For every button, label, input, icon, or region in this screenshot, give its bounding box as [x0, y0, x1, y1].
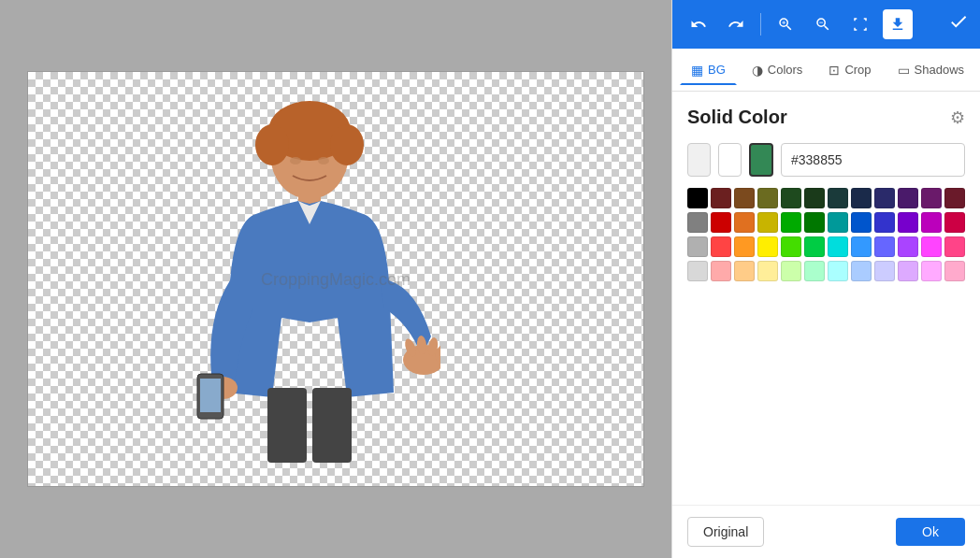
- color-cell[interactable]: [944, 188, 965, 208]
- fit-button[interactable]: [845, 9, 875, 39]
- color-cell[interactable]: [804, 212, 825, 233]
- color-cell[interactable]: [898, 261, 918, 281]
- color-cell[interactable]: [804, 261, 825, 281]
- svg-point-4: [290, 157, 301, 165]
- color-cell[interactable]: [734, 212, 755, 233]
- color-cell[interactable]: [757, 236, 778, 257]
- color-cell[interactable]: [687, 212, 708, 233]
- color-cell[interactable]: [781, 236, 801, 257]
- shadows-icon: ▭: [898, 63, 910, 78]
- panel-content: Solid Color ⚙: [672, 92, 980, 505]
- color-grid-row5: [687, 261, 965, 281]
- svg-rect-9: [200, 379, 221, 412]
- color-cell[interactable]: [944, 212, 965, 233]
- color-cell[interactable]: [921, 212, 942, 233]
- zoom-out-button[interactable]: [808, 9, 838, 39]
- color-cell[interactable]: [711, 188, 731, 208]
- section-header: Solid Color ⚙: [687, 107, 965, 128]
- panel-toolbar: [672, 0, 980, 49]
- tab-crop[interactable]: ⊡ Crop: [817, 55, 882, 85]
- color-cell[interactable]: [944, 236, 965, 257]
- color-cell[interactable]: [828, 236, 848, 257]
- color-cell[interactable]: [781, 261, 801, 281]
- tab-bg-label: BG: [708, 63, 726, 77]
- color-cell[interactable]: [921, 188, 942, 208]
- color-cell[interactable]: [851, 236, 872, 257]
- colors-icon: ◑: [752, 63, 763, 78]
- person-svg: [179, 93, 440, 467]
- panel-tabs: ▦ BG ◑ Colors ⊡ Crop ▭ Shadows: [672, 49, 980, 92]
- panel-footer: Original Ok: [672, 505, 980, 558]
- original-button[interactable]: Original: [687, 517, 764, 547]
- color-cell[interactable]: [898, 188, 918, 208]
- undo-button[interactable]: [684, 9, 713, 39]
- color-cell[interactable]: [921, 236, 942, 257]
- swatch-active-green[interactable]: [749, 143, 773, 177]
- color-cell[interactable]: [828, 212, 848, 233]
- canvas-inner: CroppingMagic.com: [27, 71, 644, 487]
- separator-1: [760, 13, 761, 36]
- tab-shadows-label: Shadows: [915, 63, 964, 77]
- color-grid-row4: [687, 236, 965, 257]
- settings-icon[interactable]: ⚙: [950, 107, 965, 128]
- color-cell[interactable]: [781, 212, 801, 233]
- color-cell[interactable]: [711, 261, 731, 281]
- color-cell[interactable]: [687, 261, 708, 281]
- swatch-white[interactable]: [718, 143, 742, 177]
- svg-point-2: [255, 124, 289, 165]
- hex-input[interactable]: [781, 143, 965, 177]
- color-grid-row2: [687, 188, 965, 208]
- color-cell[interactable]: [874, 261, 895, 281]
- color-cell[interactable]: [898, 236, 918, 257]
- svg-rect-16: [312, 388, 352, 463]
- swatch-light[interactable]: [687, 143, 711, 177]
- color-cell[interactable]: [851, 212, 872, 233]
- color-cell[interactable]: [828, 188, 848, 208]
- color-cell[interactable]: [757, 212, 778, 233]
- person-figure: [179, 93, 440, 467]
- color-cell[interactable]: [734, 261, 755, 281]
- color-cell[interactable]: [734, 236, 755, 257]
- svg-point-3: [330, 124, 364, 165]
- color-grid-row3: [687, 212, 965, 233]
- redo-button[interactable]: [721, 9, 751, 39]
- ok-button[interactable]: Ok: [896, 518, 965, 546]
- tab-crop-label: Crop: [844, 63, 871, 77]
- color-cell[interactable]: [734, 188, 755, 208]
- color-cell[interactable]: [874, 188, 895, 208]
- color-cell[interactable]: [921, 261, 942, 281]
- color-cell[interactable]: [828, 261, 848, 281]
- tab-colors-label: Colors: [768, 63, 803, 77]
- color-cell[interactable]: [711, 212, 731, 233]
- svg-point-5: [318, 157, 329, 165]
- color-cell[interactable]: [804, 236, 825, 257]
- confirm-button[interactable]: [948, 11, 969, 37]
- right-panel: ▦ BG ◑ Colors ⊡ Crop ▭ Shadows Solid Col…: [671, 0, 980, 558]
- main-area: CroppingMagic.com: [0, 0, 980, 558]
- color-cell[interactable]: [687, 188, 708, 208]
- color-cell[interactable]: [711, 236, 731, 257]
- section-title: Solid Color: [687, 107, 787, 128]
- color-cell[interactable]: [781, 188, 801, 208]
- zoom-in-button[interactable]: [771, 9, 800, 39]
- color-cell[interactable]: [687, 236, 708, 257]
- color-cell[interactable]: [874, 212, 895, 233]
- color-cell[interactable]: [804, 188, 825, 208]
- crop-icon: ⊡: [829, 63, 840, 78]
- color-selected-row: [687, 143, 965, 177]
- color-cell[interactable]: [898, 212, 918, 233]
- color-cell[interactable]: [757, 261, 778, 281]
- svg-rect-15: [267, 388, 307, 463]
- color-cell[interactable]: [757, 188, 778, 208]
- tab-bg[interactable]: ▦ BG: [680, 55, 737, 85]
- download-button[interactable]: [883, 9, 913, 39]
- canvas-area: CroppingMagic.com: [0, 0, 671, 558]
- color-cell[interactable]: [851, 188, 872, 208]
- color-cell[interactable]: [874, 236, 895, 257]
- tab-shadows[interactable]: ▭ Shadows: [886, 55, 975, 85]
- color-cell[interactable]: [944, 261, 965, 281]
- bg-icon: ▦: [691, 63, 703, 78]
- color-cell[interactable]: [851, 261, 872, 281]
- tab-colors[interactable]: ◑ Colors: [741, 55, 814, 85]
